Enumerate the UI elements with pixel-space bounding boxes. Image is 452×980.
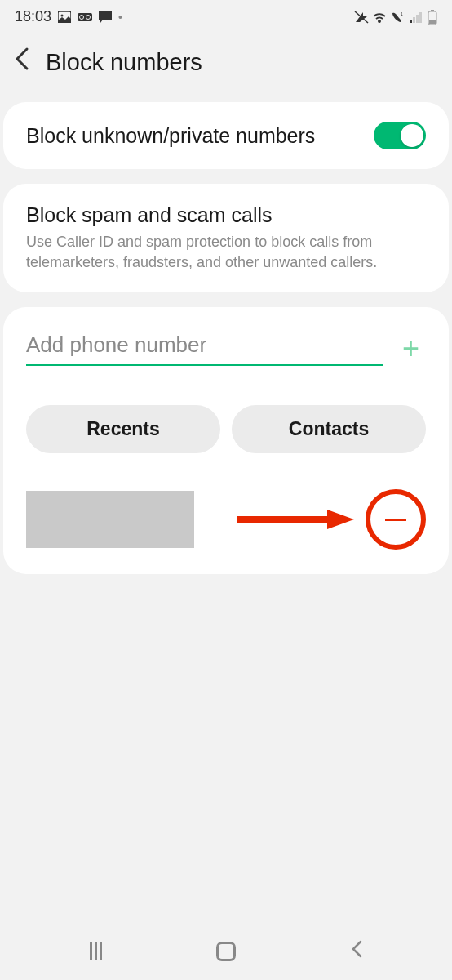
volte-icon: 1 <box>390 11 406 23</box>
block-spam-card[interactable]: Block spam and scam calls Use Caller ID … <box>3 184 449 292</box>
block-spam-title: Block spam and scam calls <box>26 203 426 227</box>
svg-rect-14 <box>429 20 436 24</box>
voicemail-icon <box>78 12 92 22</box>
wifi-icon <box>372 11 387 23</box>
button-row: Recents Contacts <box>26 405 426 453</box>
svg-rect-11 <box>419 12 422 23</box>
status-right: 1 <box>354 10 437 24</box>
svg-rect-10 <box>416 15 419 23</box>
navigation-bar <box>0 923 452 980</box>
status-bar: 18:03 • 1 <box>0 0 452 30</box>
input-row: + <box>26 332 426 366</box>
recents-button[interactable]: Recents <box>26 405 220 453</box>
signal-icon <box>410 11 424 23</box>
nav-recents-icon[interactable] <box>90 942 102 960</box>
message-icon <box>99 11 112 24</box>
status-dot: • <box>118 11 122 24</box>
back-icon[interactable] <box>15 47 29 78</box>
status-left: 18:03 • <box>15 8 122 25</box>
vibrate-icon <box>354 11 369 24</box>
toggle-knob <box>401 124 423 147</box>
svg-marker-16 <box>327 510 354 529</box>
blocked-number-redacted <box>26 491 194 548</box>
block-spam-description: Use Caller ID and spam protection to blo… <box>26 232 426 273</box>
svg-rect-9 <box>413 17 415 23</box>
block-unknown-card[interactable]: Block unknown/private numbers <box>3 102 449 169</box>
annotation-arrow <box>204 507 356 532</box>
status-time: 18:03 <box>15 8 51 25</box>
battery-icon <box>428 10 437 24</box>
blocked-number-row <box>26 489 426 558</box>
contacts-button[interactable]: Contacts <box>232 405 426 453</box>
page-title: Block numbers <box>46 49 202 76</box>
minus-icon <box>385 519 406 521</box>
add-icon[interactable]: + <box>396 332 426 366</box>
phone-input[interactable] <box>26 332 383 358</box>
nav-home-icon[interactable] <box>216 942 236 961</box>
block-unknown-label: Block unknown/private numbers <box>26 122 357 149</box>
add-number-card: + Recents Contacts <box>3 307 449 574</box>
image-icon <box>58 11 71 23</box>
nav-back-icon[interactable] <box>351 939 362 964</box>
remove-button[interactable] <box>366 489 426 550</box>
svg-text:1: 1 <box>401 11 403 16</box>
header: Block numbers <box>0 30 452 102</box>
svg-point-1 <box>61 14 64 16</box>
svg-point-6 <box>379 20 381 22</box>
block-unknown-toggle[interactable] <box>374 122 426 149</box>
phone-input-wrap <box>26 332 383 366</box>
svg-rect-8 <box>410 20 412 23</box>
